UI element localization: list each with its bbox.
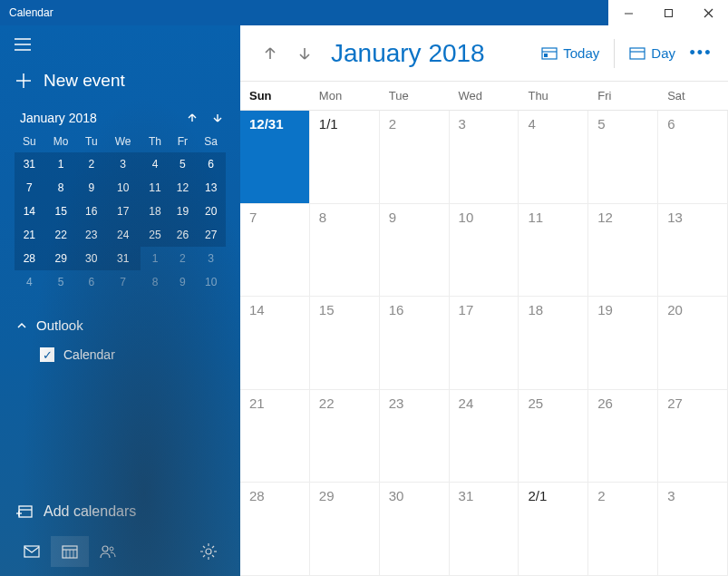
day-cell[interactable]: 28 [240,483,310,576]
mini-day[interactable]: 4 [15,270,44,294]
mini-day[interactable]: 11 [141,176,169,200]
mini-day[interactable]: 8 [44,176,78,200]
day-cell[interactable]: 8 [310,204,380,298]
mini-day[interactable]: 2 [170,247,197,270]
maximize-button[interactable] [648,0,688,25]
day-cell[interactable]: 15 [310,297,380,390]
day-cell[interactable]: 2/1 [519,483,588,576]
account-group-toggle[interactable]: Outlook [16,312,224,338]
day-cell[interactable]: 2 [380,111,450,204]
add-calendars-button[interactable]: Add calendars [0,494,240,529]
mini-day[interactable]: 6 [78,270,105,294]
mini-day[interactable]: 10 [105,176,141,200]
checkbox-checked-icon[interactable]: ✓ [40,347,54,362]
day-cell[interactable]: 4 [519,111,588,204]
mini-next-button[interactable] [211,112,224,124]
day-cell[interactable]: 18 [519,297,588,390]
mini-day[interactable]: 31 [105,247,141,270]
new-event-button[interactable]: New event [0,63,240,107]
mini-day[interactable]: 25 [141,223,169,247]
mini-day[interactable]: 29 [44,247,78,270]
calendar-icon[interactable] [51,536,89,567]
mini-day[interactable]: 9 [170,270,197,294]
day-cell[interactable]: 31 [450,483,519,576]
mini-day[interactable]: 9 [78,176,105,200]
day-cell[interactable]: 14 [240,297,310,390]
month-title[interactable]: January 2018 [331,39,485,68]
mini-day[interactable]: 23 [78,223,105,247]
close-button[interactable] [688,0,728,25]
mini-day[interactable]: 18 [141,200,169,223]
mini-day[interactable]: 21 [15,223,44,247]
mini-day[interactable]: 3 [105,152,141,176]
mini-day[interactable]: 5 [44,270,78,294]
mini-day[interactable]: 24 [105,223,141,247]
day-cell[interactable]: 22 [310,390,380,483]
prev-period-button[interactable] [257,40,284,67]
day-cell[interactable]: 19 [588,297,658,390]
mini-day[interactable]: 22 [44,223,78,247]
more-button[interactable]: ••• [686,44,715,63]
mini-day[interactable]: 7 [15,176,44,200]
mini-day[interactable]: 16 [78,200,105,223]
day-cell[interactable]: 11 [519,204,588,298]
mini-day[interactable]: 12 [170,176,197,200]
mini-day[interactable]: 31 [15,152,44,176]
mini-day[interactable]: 8 [141,270,169,294]
mini-day[interactable]: 19 [170,200,197,223]
day-cell[interactable]: 12/31 [240,111,310,204]
day-cell[interactable]: 24 [450,390,519,483]
mini-day[interactable]: 26 [170,223,197,247]
mini-day[interactable]: 6 [196,152,226,176]
today-button[interactable]: Today [530,40,610,66]
next-period-button[interactable] [291,40,318,67]
mini-day[interactable]: 30 [78,247,105,270]
hamburger-button[interactable] [0,25,240,63]
day-cell[interactable]: 30 [380,483,450,576]
mini-day[interactable]: 4 [141,152,169,176]
mail-icon[interactable] [13,536,51,567]
mini-day[interactable]: 13 [196,176,226,200]
day-cell[interactable]: 26 [588,390,658,483]
day-cell[interactable]: 3 [658,483,728,576]
mini-month-label[interactable]: January 2018 [20,111,97,125]
mini-day[interactable]: 1 [141,247,169,270]
day-cell[interactable]: 27 [658,390,728,483]
mini-day[interactable]: 27 [196,223,226,247]
day-cell[interactable]: 5 [588,111,658,204]
view-button[interactable]: Day [618,40,686,66]
day-cell[interactable]: 2 [588,483,658,576]
mini-day[interactable]: 5 [170,152,197,176]
day-cell[interactable]: 13 [658,204,728,298]
mini-day[interactable]: 2 [78,152,105,176]
mini-day[interactable]: 7 [105,270,141,294]
day-cell[interactable]: 23 [380,390,450,483]
minimize-button[interactable] [608,0,648,25]
day-cell[interactable]: 3 [450,111,519,204]
mini-prev-button[interactable] [186,112,199,124]
day-cell[interactable]: 12 [588,204,658,298]
day-cell[interactable]: 10 [450,204,519,298]
mini-day[interactable]: 20 [196,200,226,223]
mini-day[interactable]: 17 [105,200,141,223]
day-cell[interactable]: 20 [658,297,728,390]
day-cell[interactable]: 25 [519,390,588,483]
settings-icon[interactable] [189,536,228,567]
people-icon[interactable] [89,536,127,567]
mini-day[interactable]: 1 [44,152,78,176]
day-cell[interactable]: 16 [380,297,450,390]
mini-day[interactable]: 15 [44,200,78,223]
mini-day[interactable]: 10 [196,270,226,294]
day-cell[interactable]: 7 [240,204,310,298]
mini-day[interactable]: 14 [15,200,44,223]
day-cell[interactable]: 17 [450,297,519,390]
svg-point-20 [110,547,113,551]
day-cell[interactable]: 21 [240,390,310,483]
mini-day[interactable]: 3 [196,247,226,270]
calendar-checkbox-row[interactable]: ✓ Calendar [16,338,224,371]
day-cell[interactable]: 29 [310,483,380,576]
day-cell[interactable]: 6 [658,111,728,204]
day-cell[interactable]: 9 [380,204,450,298]
day-cell[interactable]: 1/1 [310,111,380,204]
mini-day[interactable]: 28 [15,247,44,270]
